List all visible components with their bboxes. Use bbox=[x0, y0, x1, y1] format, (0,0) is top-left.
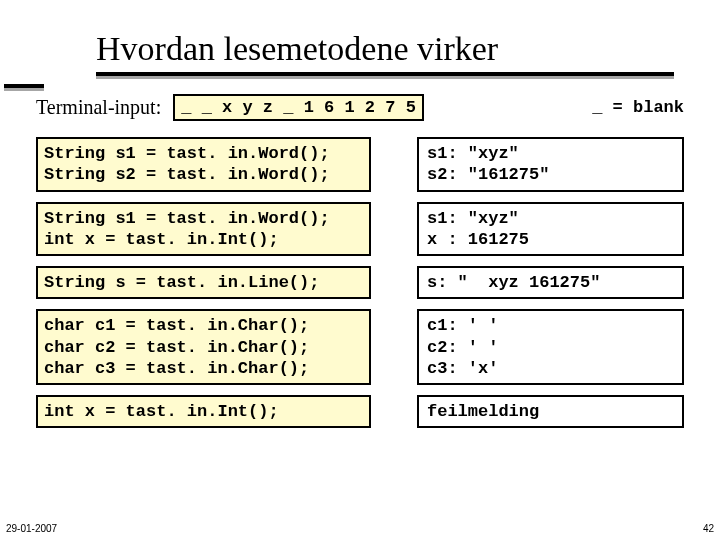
result-box: s1: "xyz" x : 161275 bbox=[417, 202, 684, 257]
footer-page-number: 42 bbox=[703, 523, 714, 534]
terminal-input-label: Terminal-input: bbox=[36, 96, 161, 119]
slide-title: Hvordan lesemetodene virker bbox=[96, 30, 684, 68]
footer-date: 29-01-2007 bbox=[6, 523, 57, 534]
terminal-input-row: Terminal-input: _ _ x y z _ 1 6 1 2 7 5 … bbox=[36, 94, 684, 121]
terminal-input-value: _ _ x y z _ 1 6 1 2 7 5 bbox=[173, 94, 424, 121]
blank-legend: _ = blank bbox=[592, 98, 684, 117]
code-box: String s = tast. in.Line(); bbox=[36, 266, 371, 299]
code-box: String s1 = tast. in.Word(); String s2 =… bbox=[36, 137, 371, 192]
example-row: String s1 = tast. in.Word(); int x = tas… bbox=[36, 202, 684, 257]
result-box: feilmelding bbox=[417, 395, 684, 428]
title-underline-accent bbox=[4, 84, 44, 92]
example-row: int x = tast. in.Int(); feilmelding bbox=[36, 395, 684, 428]
example-row: char c1 = tast. in.Char(); char c2 = tas… bbox=[36, 309, 684, 385]
code-box: int x = tast. in.Int(); bbox=[36, 395, 371, 428]
example-row: String s = tast. in.Line(); s: " xyz 161… bbox=[36, 266, 684, 299]
slide: Hvordan lesemetodene virker Terminal-inp… bbox=[0, 0, 720, 428]
example-row: String s1 = tast. in.Word(); String s2 =… bbox=[36, 137, 684, 192]
code-box: String s1 = tast. in.Word(); int x = tas… bbox=[36, 202, 371, 257]
title-underline bbox=[96, 72, 674, 80]
result-box: s: " xyz 161275" bbox=[417, 266, 684, 299]
code-box: char c1 = tast. in.Char(); char c2 = tas… bbox=[36, 309, 371, 385]
result-box: s1: "xyz" s2: "161275" bbox=[417, 137, 684, 192]
result-box: c1: ' ' c2: ' ' c3: 'x' bbox=[417, 309, 684, 385]
